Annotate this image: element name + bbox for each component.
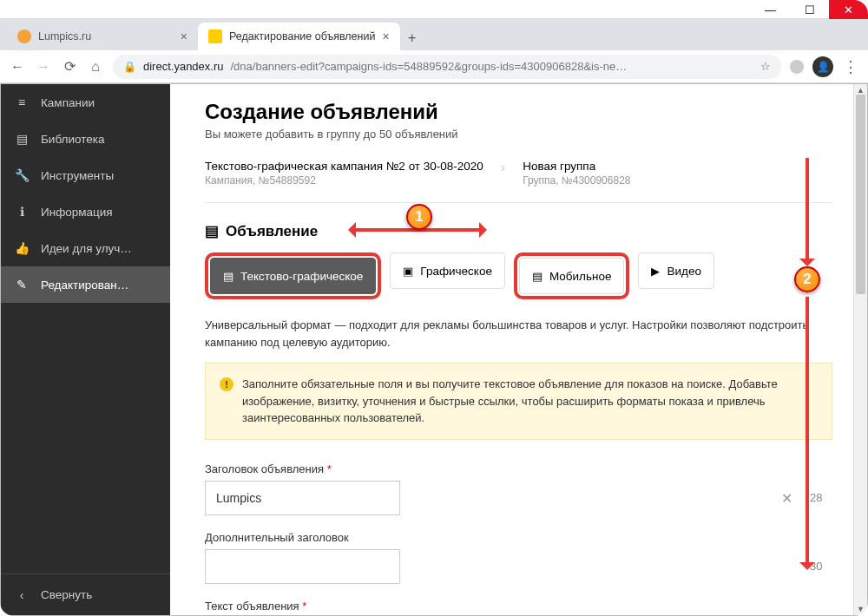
annotation-callout-1: 1 <box>406 204 432 230</box>
sidebar-item-label: Библиотека <box>41 133 104 146</box>
ad-type-video[interactable]: ▶ Видео <box>638 252 713 289</box>
sidebar-item-label: Идеи для улуч… <box>41 242 132 255</box>
extension-icon[interactable] <box>790 60 804 74</box>
video-icon: ▶ <box>651 265 660 278</box>
browser-tab-active[interactable]: Редактирование объявлений × <box>198 23 400 50</box>
field-label: Заголовок объявления * <box>205 462 832 475</box>
section-icon: ▤ <box>205 222 219 240</box>
wrench-icon: 🔧 <box>15 168 29 182</box>
sidebar: ≡ Кампании ▤ Библиотека 🔧 Инструменты ℹ … <box>1 84 170 615</box>
chevron-right-icon: › <box>501 160 505 175</box>
profile-avatar[interactable]: 👤 <box>812 56 833 77</box>
annotation-arrow-vertical <box>806 297 809 566</box>
field-ad-subtitle: Дополнительный заголовок 30 <box>205 531 832 584</box>
menu-icon: ≡ <box>15 95 29 109</box>
breadcrumb-item[interactable]: Новая группа Группа, №4300906828 <box>523 160 630 187</box>
scroll-down-icon[interactable]: ▼ <box>854 603 867 615</box>
bookmark-star-icon[interactable]: ☆ <box>760 60 771 73</box>
breadcrumb-sub: Группа, №4300906828 <box>523 174 630 187</box>
annotation-badge: 1 <box>406 204 432 230</box>
clear-input-icon[interactable]: ✕ <box>781 489 792 506</box>
sidebar-item-label: Кампании <box>41 96 95 109</box>
field-label: Дополнительный заголовок <box>205 531 832 544</box>
sidebar-collapse-label: Свернуть <box>41 588 92 601</box>
back-button[interactable]: ← <box>9 58 26 75</box>
favicon-icon <box>17 29 31 43</box>
lock-icon: 🔒 <box>123 61 136 73</box>
ad-type-mobile[interactable]: ▤ Мобильное <box>519 258 625 294</box>
sidebar-item-label: Редактирован… <box>41 279 128 292</box>
main-content: Создание объявлений Вы можете добавить в… <box>170 84 867 615</box>
sidebar-item-info[interactable]: ℹ Информация <box>1 193 170 230</box>
ad-type-description: Универсальный формат — подходит для рекл… <box>205 317 832 351</box>
sidebar-item-campaigns[interactable]: ≡ Кампании <box>1 84 170 121</box>
ad-type-graphic[interactable]: ▣ Графическое <box>390 252 505 289</box>
breadcrumb-main: Новая группа <box>523 160 630 173</box>
ad-type-text-graphic[interactable]: ▤ Текстово-графическое <box>210 258 376 294</box>
ad-title-input[interactable] <box>205 481 400 515</box>
pencil-icon: ✎ <box>15 278 29 292</box>
address-bar[interactable]: 🔒 direct.yandex.ru /dna/banners-edit?cam… <box>113 55 781 79</box>
text-graphic-icon: ▤ <box>223 270 233 283</box>
ad-subtitle-input[interactable] <box>205 549 400 584</box>
mobile-icon: ▤ <box>532 270 542 283</box>
breadcrumb: Текстово-графическая кампания №2 от 30-0… <box>205 160 832 203</box>
vertical-scrollbar[interactable]: ▲ ▼ <box>853 84 867 615</box>
window-maximize-button[interactable]: ☐ <box>790 0 829 19</box>
browser-tab[interactable]: Lumpics.ru × <box>7 23 198 50</box>
annotation-highlight: ▤ Мобильное <box>514 252 630 299</box>
sidebar-item-label: Инструменты <box>41 169 114 182</box>
library-icon: ▤ <box>15 132 29 146</box>
field-ad-text: Текст объявления * ✕ 44 <box>205 600 832 616</box>
sidebar-item-library[interactable]: ▤ Библиотека <box>1 121 170 157</box>
info-banner: ! Заполните обязательные поля и вы получ… <box>205 363 832 440</box>
window-minimize-button[interactable]: — <box>751 0 790 19</box>
chevron-left-icon: ‹ <box>15 588 29 602</box>
tab-title: Lumpics.ru <box>38 30 91 43</box>
field-label: Текст объявления * <box>205 600 832 613</box>
home-button[interactable]: ⌂ <box>87 58 104 75</box>
required-mark: * <box>327 462 332 475</box>
breadcrumb-item[interactable]: Текстово-графическая кампания №2 от 30-0… <box>205 160 483 187</box>
sidebar-item-tools[interactable]: 🔧 Инструменты <box>1 157 170 193</box>
char-counter: 28 <box>810 491 832 504</box>
info-icon: ℹ <box>15 205 29 219</box>
required-mark: * <box>302 600 306 613</box>
info-icon: ! <box>220 377 233 391</box>
annotation-badge: 2 <box>794 266 820 292</box>
page-viewport: ≡ Кампании ▤ Библиотека 🔧 Инструменты ℹ … <box>0 83 868 616</box>
new-tab-button[interactable]: + <box>400 26 424 50</box>
page-title: Создание объявлений <box>205 100 832 124</box>
image-icon: ▣ <box>403 265 413 278</box>
url-path: /dna/banners-edit?campaigns-ids=54889592… <box>231 60 628 73</box>
window-titlebar: — ☐ ✕ <box>0 0 868 19</box>
ad-type-label: Мобильное <box>549 270 612 283</box>
favicon-icon <box>208 29 222 43</box>
thumb-up-icon: 👍 <box>15 241 29 255</box>
sidebar-item-label: Информация <box>41 206 113 219</box>
window-close-button[interactable]: ✕ <box>829 0 868 19</box>
forward-button[interactable]: → <box>35 58 52 75</box>
sidebar-collapse-button[interactable]: ‹ Свернуть <box>1 573 170 615</box>
browser-menu-button[interactable]: ⋮ <box>842 58 859 75</box>
section-heading: ▤ Объявление <box>205 222 832 240</box>
ad-type-selector: ▤ Текстово-графическое ▣ Графическое ▤ М… <box>205 252 832 299</box>
annotation-callout-2: 2 <box>794 266 820 292</box>
url-host: direct.yandex.ru <box>143 60 224 73</box>
scrollbar-thumb[interactable] <box>856 95 865 294</box>
sidebar-item-ideas[interactable]: 👍 Идеи для улуч… <box>1 230 170 266</box>
sidebar-item-editing[interactable]: ✎ Редактирован… <box>1 266 170 303</box>
tab-title: Редактирование объявлений <box>229 30 375 43</box>
annotation-arrow-vertical <box>806 158 809 262</box>
reload-button[interactable]: ⟳ <box>61 58 78 75</box>
section-title: Объявление <box>226 223 318 240</box>
field-ad-title: Заголовок объявления * ✕ 28 <box>205 462 832 515</box>
close-tab-icon[interactable]: × <box>181 29 187 43</box>
close-tab-icon[interactable]: × <box>382 29 389 43</box>
ad-type-label: Видео <box>667 265 700 278</box>
breadcrumb-main: Текстово-графическая кампания №2 от 30-0… <box>205 160 483 173</box>
ad-type-label: Текстово-графическое <box>240 270 363 283</box>
ad-type-label: Графическое <box>420 265 492 278</box>
page-subtitle: Вы можете добавить в группу до 50 объявл… <box>205 128 832 141</box>
annotation-highlight: ▤ Текстово-графическое <box>205 252 381 299</box>
